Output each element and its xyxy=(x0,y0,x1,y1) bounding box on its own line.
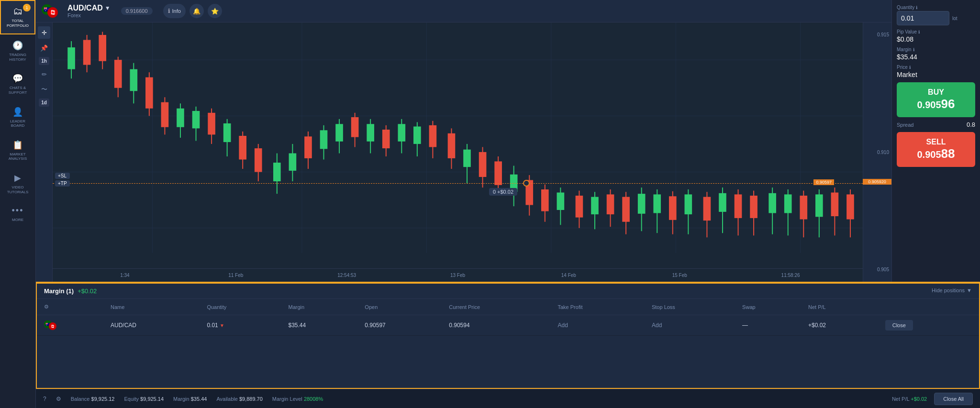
sidebar-item-more[interactable]: ••• MORE xyxy=(0,200,35,228)
sl-label[interactable]: +SL +TP xyxy=(55,173,70,187)
svg-rect-91 xyxy=(703,197,711,221)
svg-rect-49 xyxy=(367,124,374,141)
svg-rect-39 xyxy=(289,153,297,170)
help-icon[interactable]: ? xyxy=(43,396,46,402)
price-tick-915: 0.915 xyxy=(866,32,889,37)
pair-dropdown-arrow[interactable]: ▼ xyxy=(105,5,111,11)
settings-icon[interactable]: ⚙ xyxy=(44,304,49,309)
tp-label[interactable]: +TP xyxy=(55,180,70,187)
info-button[interactable]: ℹ Info xyxy=(163,4,186,18)
row-current-price: 0.90594 xyxy=(442,315,550,336)
svg-rect-107 xyxy=(831,193,839,216)
sell-button[interactable]: SELL 0.90588 xyxy=(897,132,975,167)
close-all-button[interactable]: Close All xyxy=(934,393,973,405)
bottom-panel-wrapper: Margin (1) +$0.02 Hide positions ▼ ⚙ Nam… xyxy=(36,282,980,389)
col-margin: Margin xyxy=(281,299,357,315)
positions-header: Margin (1) +$0.02 Hide positions ▼ xyxy=(37,284,979,299)
svg-rect-29 xyxy=(208,113,215,135)
svg-rect-31 xyxy=(223,123,231,142)
price-tick-905: 0.905 xyxy=(866,267,889,272)
status-balance: Balance $9,925.12 xyxy=(71,396,115,402)
tool-cursor[interactable]: ✛ xyxy=(38,26,50,39)
position-line: 0.90597 xyxy=(53,183,863,184)
col-stop-loss: Stop Loss xyxy=(645,299,735,315)
svg-rect-79 xyxy=(607,194,614,214)
price-label: Price ℹ xyxy=(897,65,975,70)
sidebar-label-portfolio: TOTAL PORTFOLIO xyxy=(7,19,29,28)
sidebar-item-total-portfolio[interactable]: 1 🗂 TOTAL PORTFOLIO xyxy=(0,0,35,34)
row-net-pl: +$0.02 xyxy=(801,315,878,336)
buy-button[interactable]: BUY 0.90596 xyxy=(897,82,975,117)
info-icon: ℹ xyxy=(168,8,170,14)
tool-pencil[interactable]: ✏ xyxy=(38,68,50,80)
quantity-info-icon: ℹ xyxy=(916,5,917,10)
time-5: 14 Feb xyxy=(513,273,624,278)
chart-header: 🇦🇺 🇨🇦 AUD/CAD ▼ Forex 0.916600 xyxy=(36,0,891,22)
price-scale: 0.915 0.910 0.905 xyxy=(863,22,891,282)
trading-history-icon: 🕐 xyxy=(12,40,23,51)
timeframe-1h[interactable]: 1h xyxy=(39,57,49,65)
svg-rect-65 xyxy=(494,161,502,185)
row-name: AUD/CAD xyxy=(103,315,200,336)
sidebar-item-market-analysis[interactable]: 📋 MARKET ANALYSIS xyxy=(0,134,35,167)
pair-flag: 🇦🇺 🇨🇦 xyxy=(42,4,59,18)
svg-rect-21 xyxy=(145,77,153,109)
svg-rect-83 xyxy=(638,194,646,214)
status-settings-icon[interactable]: ⚙ xyxy=(56,396,61,402)
chart-tooltip: 0 +$0.02 xyxy=(489,188,517,196)
sidebar-item-leaderboard[interactable]: 👤 LEADER BOARD xyxy=(0,101,35,134)
col-name: Name xyxy=(103,299,200,315)
sell-label: SELL xyxy=(926,138,946,146)
dashed-price-right: 0.905920 xyxy=(863,179,891,185)
tool-wave[interactable]: 〜 xyxy=(38,83,50,96)
favorite-button[interactable]: ⭐ xyxy=(208,4,222,18)
spread-value: 0.8 xyxy=(967,121,975,128)
cad-flag: 🇨🇦 xyxy=(47,7,58,18)
quantity-input[interactable] xyxy=(897,11,949,25)
right-panel: Quantity ℹ lot Pip Value ℹ $0.08 xyxy=(891,0,980,282)
svg-rect-35 xyxy=(255,148,262,172)
info-label: Info xyxy=(172,8,181,14)
svg-rect-23 xyxy=(161,102,169,127)
status-margin-level: Margin Level 28008% xyxy=(272,396,323,402)
margin-value: $35.44 xyxy=(897,53,975,61)
svg-rect-63 xyxy=(479,152,487,177)
add-take-profit[interactable]: Add xyxy=(557,322,568,329)
sidebar-item-video-tutorials[interactable]: ▶ VIDEO TUTORIALS xyxy=(0,167,35,200)
sidebar-item-chats-support[interactable]: 💬 CHATS & SUPPORT xyxy=(0,67,35,100)
svg-rect-109 xyxy=(846,194,854,219)
svg-rect-13 xyxy=(83,40,91,65)
portfolio-icon: 🗂 xyxy=(13,6,22,17)
add-stop-loss[interactable]: Add xyxy=(652,322,662,329)
close-position-button[interactable]: Close xyxy=(885,320,913,331)
row-stop-loss: Add xyxy=(645,315,735,336)
row-quantity: 0.01 ▼ xyxy=(200,315,281,336)
position-price-label: 0.90597 xyxy=(813,179,834,185)
timeframe-1d[interactable]: 1d xyxy=(39,99,49,107)
positions-title: Margin (1) xyxy=(44,287,74,295)
svg-rect-97 xyxy=(750,196,757,218)
row-swap: — xyxy=(735,315,801,336)
positions-profit: +$0.02 xyxy=(78,287,97,295)
col-quantity: Quantity xyxy=(200,299,281,315)
notification-button[interactable]: 🔔 xyxy=(189,4,204,18)
sidebar-item-trading-history[interactable]: 🕐 TRADING HISTORY xyxy=(0,34,35,67)
svg-rect-15 xyxy=(99,35,106,61)
quantity-label: Quantity ℹ xyxy=(897,5,975,10)
tool-pin[interactable]: 📌 xyxy=(38,42,50,54)
svg-rect-33 xyxy=(239,136,246,159)
svg-rect-85 xyxy=(653,194,661,213)
time-7: 11:58:26 xyxy=(735,273,846,278)
hide-positions-button[interactable]: Hide positions ▼ xyxy=(932,287,972,293)
spread-row: Spread 0.8 xyxy=(897,121,975,128)
video-icon: ▶ xyxy=(14,173,21,183)
sidebar-label-history: TRADING HISTORY xyxy=(9,53,26,62)
svg-rect-73 xyxy=(557,193,565,210)
svg-rect-55 xyxy=(413,126,421,143)
svg-rect-47 xyxy=(351,117,359,137)
time-6: 15 Feb xyxy=(624,273,735,278)
chart-tools: ✛ 📌 1h ✏ 〜 1d xyxy=(36,22,53,282)
svg-rect-75 xyxy=(576,196,583,218)
row-open: 0.90597 xyxy=(357,315,442,336)
svg-rect-93 xyxy=(719,193,726,212)
